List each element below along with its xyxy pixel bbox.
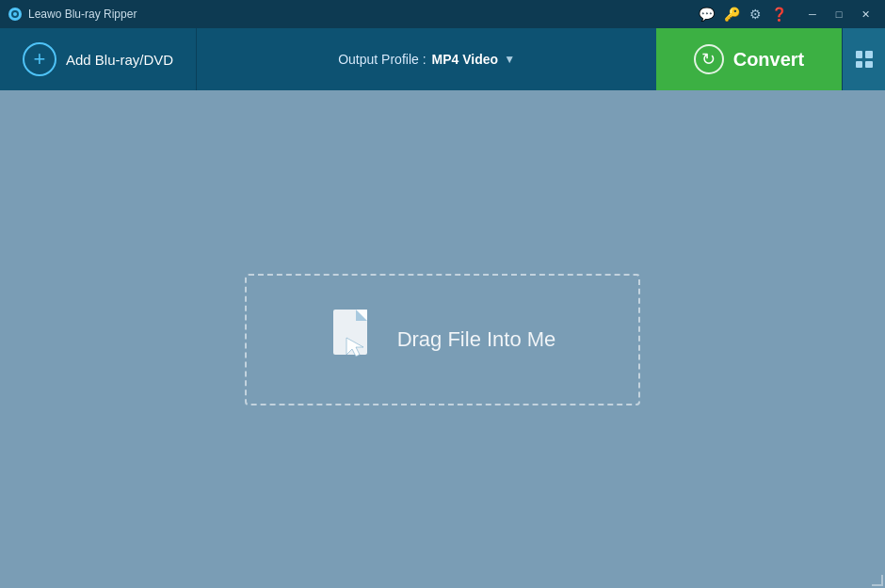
drop-zone-label: Drag File Into Me <box>397 327 556 352</box>
title-bar-controls: 💬 🔑 ⚙ ❓ ─ □ ✕ <box>699 5 877 24</box>
add-bluray-button[interactable]: + Add Blu-ray/DVD <box>0 28 197 90</box>
window-controls: ─ □ ✕ <box>800 5 877 24</box>
output-profile-prefix: Output Profile : <box>338 52 426 67</box>
add-button-label: Add Blu-ray/DVD <box>66 52 173 68</box>
settings-icon[interactable]: ⚙ <box>749 7 762 22</box>
svg-point-2 <box>13 12 17 16</box>
resize-handle[interactable] <box>870 573 885 588</box>
add-icon: + <box>23 42 56 76</box>
output-profile-dropdown-arrow: ▼ <box>504 53 515 66</box>
drop-file-icon <box>330 308 378 372</box>
output-profile-value: MP4 Video <box>432 52 499 67</box>
minimize-button[interactable]: ─ <box>800 5 825 24</box>
chat-icon[interactable]: 💬 <box>699 7 715 22</box>
main-content: Drag File Into Me <box>0 90 885 588</box>
toolbar: + Add Blu-ray/DVD Output Profile : MP4 V… <box>0 28 885 90</box>
maximize-button[interactable]: □ <box>827 5 851 24</box>
title-bar-left: Leawo Blu-ray Ripper <box>8 7 137 22</box>
drop-zone[interactable]: Drag File Into Me <box>245 274 640 405</box>
close-button[interactable]: ✕ <box>853 5 877 24</box>
help-icon[interactable]: ❓ <box>771 7 787 22</box>
convert-button[interactable]: ↻ Convert <box>656 28 842 90</box>
convert-icon: ↻ <box>694 44 724 74</box>
convert-label: Convert <box>733 49 805 71</box>
output-profile-selector[interactable]: Output Profile : MP4 Video ▼ <box>197 52 656 67</box>
search-icon[interactable]: 🔑 <box>724 7 740 22</box>
app-title: Leawo Blu-ray Ripper <box>28 8 137 21</box>
title-bar: Leawo Blu-ray Ripper 💬 🔑 ⚙ ❓ ─ □ ✕ <box>0 0 885 28</box>
layout-icon <box>856 51 873 68</box>
layout-button[interactable] <box>842 28 885 90</box>
app-icon <box>8 7 23 22</box>
